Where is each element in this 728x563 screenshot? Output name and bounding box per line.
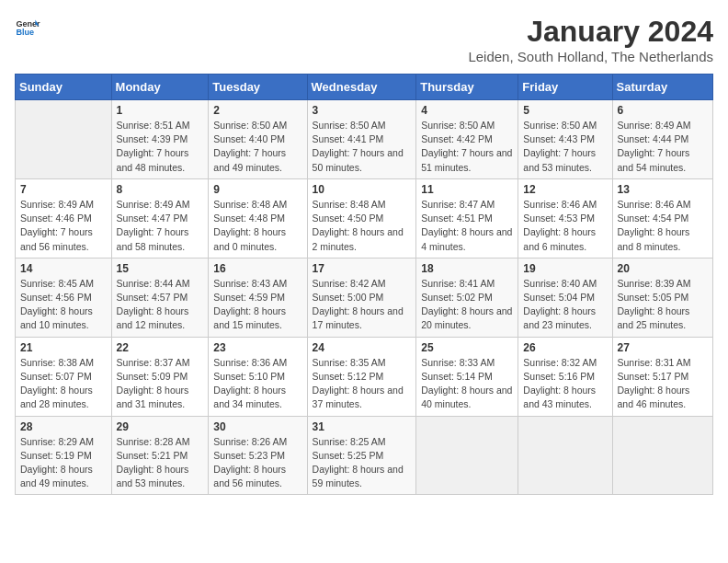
day-info: Sunrise: 8:44 AMSunset: 4:57 PMDaylight:… [117, 277, 204, 333]
day-info: Sunrise: 8:42 AMSunset: 5:00 PMDaylight:… [313, 277, 412, 333]
calendar-cell: 19Sunrise: 8:40 AMSunset: 5:04 PMDayligh… [518, 258, 612, 337]
calendar-cell: 8Sunrise: 8:49 AMSunset: 4:47 PMDaylight… [111, 178, 209, 258]
calendar-cell: 18Sunrise: 8:41 AMSunset: 5:02 PMDayligh… [416, 258, 518, 337]
day-number: 23 [213, 341, 301, 354]
day-number: 3 [313, 104, 412, 117]
calendar-cell [518, 416, 612, 495]
day-info: Sunrise: 8:28 AMSunset: 5:21 PMDaylight:… [117, 435, 204, 491]
day-info: Sunrise: 8:51 AMSunset: 4:39 PMDaylight:… [117, 119, 204, 175]
day-number: 29 [117, 420, 204, 433]
day-number: 9 [213, 183, 301, 196]
day-number: 19 [523, 262, 607, 275]
day-number: 24 [313, 341, 412, 354]
calendar-cell: 29Sunrise: 8:28 AMSunset: 5:21 PMDayligh… [111, 416, 209, 495]
day-info: Sunrise: 8:36 AMSunset: 5:10 PMDaylight:… [213, 356, 301, 412]
calendar-cell: 20Sunrise: 8:39 AMSunset: 5:05 PMDayligh… [612, 258, 712, 337]
calendar-cell: 12Sunrise: 8:46 AMSunset: 4:53 PMDayligh… [518, 178, 612, 258]
calendar-cell: 17Sunrise: 8:42 AMSunset: 5:00 PMDayligh… [307, 258, 416, 337]
page-header: General Blue January 2024 Leiden, South … [15, 15, 713, 64]
day-info: Sunrise: 8:26 AMSunset: 5:23 PMDaylight:… [213, 435, 301, 491]
calendar-cell: 13Sunrise: 8:46 AMSunset: 4:54 PMDayligh… [612, 178, 712, 258]
calendar-cell: 15Sunrise: 8:44 AMSunset: 4:57 PMDayligh… [111, 258, 209, 337]
calendar-cell: 7Sunrise: 8:49 AMSunset: 4:46 PMDaylight… [16, 178, 112, 258]
calendar-cell: 5Sunrise: 8:50 AMSunset: 4:43 PMDaylight… [518, 100, 612, 179]
day-info: Sunrise: 8:33 AMSunset: 5:14 PMDaylight:… [421, 356, 513, 412]
calendar-cell: 11Sunrise: 8:47 AMSunset: 4:51 PMDayligh… [416, 178, 518, 258]
calendar-cell: 9Sunrise: 8:48 AMSunset: 4:48 PMDaylight… [209, 178, 307, 258]
col-header-monday: Monday [111, 75, 209, 100]
logo-icon: General Blue [15, 15, 40, 40]
calendar-cell: 2Sunrise: 8:50 AMSunset: 4:40 PMDaylight… [209, 100, 307, 179]
day-number: 6 [618, 104, 708, 117]
calendar-cell: 28Sunrise: 8:29 AMSunset: 5:19 PMDayligh… [16, 416, 112, 495]
calendar-cell: 6Sunrise: 8:49 AMSunset: 4:44 PMDaylight… [612, 100, 712, 179]
week-row-4: 28Sunrise: 8:29 AMSunset: 5:19 PMDayligh… [16, 416, 713, 495]
days-header-row: SundayMondayTuesdayWednesdayThursdayFrid… [16, 75, 713, 100]
day-info: Sunrise: 8:48 AMSunset: 4:50 PMDaylight:… [313, 198, 412, 254]
day-info: Sunrise: 8:47 AMSunset: 4:51 PMDaylight:… [421, 198, 513, 254]
day-info: Sunrise: 8:41 AMSunset: 5:02 PMDaylight:… [421, 277, 513, 333]
calendar-cell: 22Sunrise: 8:37 AMSunset: 5:09 PMDayligh… [111, 337, 209, 416]
day-number: 26 [523, 341, 607, 354]
day-number: 17 [313, 262, 412, 275]
col-header-wednesday: Wednesday [307, 75, 416, 100]
day-number: 18 [421, 262, 513, 275]
day-number: 21 [20, 341, 107, 354]
day-info: Sunrise: 8:45 AMSunset: 4:56 PMDaylight:… [20, 277, 107, 333]
calendar-cell: 31Sunrise: 8:25 AMSunset: 5:25 PMDayligh… [307, 416, 416, 495]
calendar-cell: 25Sunrise: 8:33 AMSunset: 5:14 PMDayligh… [416, 337, 518, 416]
calendar-cell: 24Sunrise: 8:35 AMSunset: 5:12 PMDayligh… [307, 337, 416, 416]
day-info: Sunrise: 8:49 AMSunset: 4:44 PMDaylight:… [618, 119, 708, 175]
day-info: Sunrise: 8:37 AMSunset: 5:09 PMDaylight:… [117, 356, 204, 412]
calendar-cell: 27Sunrise: 8:31 AMSunset: 5:17 PMDayligh… [612, 337, 712, 416]
calendar-cell [416, 416, 518, 495]
day-info: Sunrise: 8:29 AMSunset: 5:19 PMDaylight:… [20, 435, 107, 491]
day-info: Sunrise: 8:25 AMSunset: 5:25 PMDaylight:… [313, 435, 412, 491]
day-info: Sunrise: 8:43 AMSunset: 4:59 PMDaylight:… [213, 277, 301, 333]
week-row-0: 1Sunrise: 8:51 AMSunset: 4:39 PMDaylight… [16, 100, 713, 179]
svg-text:Blue: Blue [16, 28, 34, 37]
day-info: Sunrise: 8:50 AMSunset: 4:40 PMDaylight:… [213, 119, 301, 175]
calendar-table: SundayMondayTuesdayWednesdayThursdayFrid… [15, 74, 713, 495]
day-number: 8 [117, 183, 204, 196]
day-info: Sunrise: 8:31 AMSunset: 5:17 PMDaylight:… [618, 356, 708, 412]
col-header-friday: Friday [518, 75, 612, 100]
calendar-cell: 16Sunrise: 8:43 AMSunset: 4:59 PMDayligh… [209, 258, 307, 337]
day-info: Sunrise: 8:50 AMSunset: 4:42 PMDaylight:… [421, 119, 513, 175]
day-info: Sunrise: 8:38 AMSunset: 5:07 PMDaylight:… [20, 356, 107, 412]
week-row-3: 21Sunrise: 8:38 AMSunset: 5:07 PMDayligh… [16, 337, 713, 416]
day-info: Sunrise: 8:35 AMSunset: 5:12 PMDaylight:… [313, 356, 412, 412]
day-number: 1 [117, 104, 204, 117]
day-number: 4 [421, 104, 513, 117]
calendar-cell: 30Sunrise: 8:26 AMSunset: 5:23 PMDayligh… [209, 416, 307, 495]
day-info: Sunrise: 8:50 AMSunset: 4:41 PMDaylight:… [313, 119, 412, 175]
calendar-cell: 23Sunrise: 8:36 AMSunset: 5:10 PMDayligh… [209, 337, 307, 416]
day-number: 30 [213, 420, 301, 433]
calendar-cell: 14Sunrise: 8:45 AMSunset: 4:56 PMDayligh… [16, 258, 112, 337]
col-header-saturday: Saturday [612, 75, 712, 100]
day-info: Sunrise: 8:46 AMSunset: 4:54 PMDaylight:… [618, 198, 708, 254]
calendar-cell: 3Sunrise: 8:50 AMSunset: 4:41 PMDaylight… [307, 100, 416, 179]
day-number: 20 [618, 262, 708, 275]
day-number: 13 [618, 183, 708, 196]
day-number: 11 [421, 183, 513, 196]
day-number: 7 [20, 183, 107, 196]
col-header-tuesday: Tuesday [209, 75, 307, 100]
day-number: 10 [313, 183, 412, 196]
day-info: Sunrise: 8:50 AMSunset: 4:43 PMDaylight:… [523, 119, 607, 175]
day-info: Sunrise: 8:40 AMSunset: 5:04 PMDaylight:… [523, 277, 607, 333]
calendar-cell: 26Sunrise: 8:32 AMSunset: 5:16 PMDayligh… [518, 337, 612, 416]
col-header-thursday: Thursday [416, 75, 518, 100]
day-number: 14 [20, 262, 107, 275]
day-info: Sunrise: 8:32 AMSunset: 5:16 PMDaylight:… [523, 356, 607, 412]
calendar-cell [16, 100, 112, 179]
day-info: Sunrise: 8:48 AMSunset: 4:48 PMDaylight:… [213, 198, 301, 254]
day-number: 22 [117, 341, 204, 354]
week-row-1: 7Sunrise: 8:49 AMSunset: 4:46 PMDaylight… [16, 178, 713, 258]
day-number: 16 [213, 262, 301, 275]
day-number: 15 [117, 262, 204, 275]
day-number: 5 [523, 104, 607, 117]
col-header-sunday: Sunday [16, 75, 112, 100]
calendar-cell: 21Sunrise: 8:38 AMSunset: 5:07 PMDayligh… [16, 337, 112, 416]
day-number: 2 [213, 104, 301, 117]
